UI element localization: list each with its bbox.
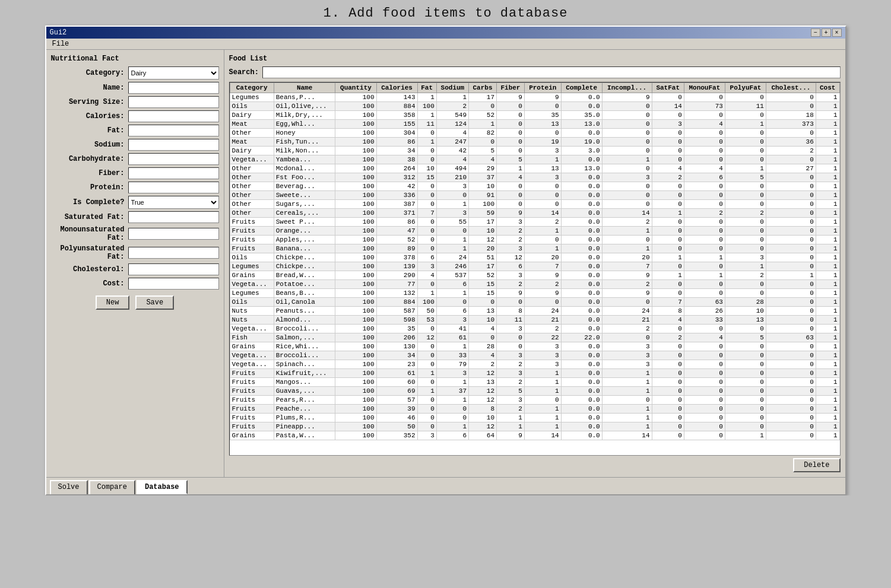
table-row[interactable]: Vegeta...Broccoli...100350414320.0200001 — [230, 325, 839, 333]
sodium-input[interactable] — [128, 139, 219, 151]
table-row[interactable]: OtherBeverag...100420310000.0000001 — [230, 182, 839, 191]
table-cell: 0 — [684, 396, 725, 405]
column-header-fat[interactable]: Fat — [417, 83, 436, 93]
column-header-quantity[interactable]: Quantity — [335, 83, 376, 93]
new-button[interactable]: New — [96, 295, 130, 310]
table-cell: 0.0 — [561, 236, 602, 244]
table-row[interactable]: GrainsBread,W...100290453752390.0911211 — [230, 271, 839, 280]
table-row[interactable]: MeatEgg,Whl...10015511124101313.00341373… — [230, 120, 839, 129]
column-header-carbs[interactable]: Carbs — [469, 83, 497, 93]
table-row[interactable]: Vegeta...Potatoe...100770615220.0200001 — [230, 280, 839, 289]
table-row[interactable]: OtherMcdonal...100264104942911313.004412… — [230, 164, 839, 173]
tab-database[interactable]: Database — [137, 480, 188, 494]
table-row[interactable]: NutsPeanuts...100587506138240.0248261001 — [230, 307, 839, 316]
column-header-satfat[interactable]: SatFat — [652, 83, 684, 93]
table-row[interactable]: DairyMilk,Non...100340425033.0000021 — [230, 147, 839, 155]
column-header-fiber[interactable]: Fiber — [497, 83, 525, 93]
table-row[interactable]: FruitsBanana...100890120310.0100001 — [230, 244, 839, 253]
table-row[interactable]: FishSalmon,...1002061261002222.00245631 — [230, 333, 839, 342]
table-row[interactable]: FruitsPineapp...100500112110.0100001 — [230, 422, 839, 431]
table-row[interactable]: LegumesBeans,B...1001321115990.0900001 — [230, 289, 839, 298]
table-row[interactable]: OtherSugars,...10038701100000.0000001 — [230, 200, 839, 209]
table-row[interactable]: FruitsPeache...10039008210.0100001 — [230, 405, 839, 414]
name-input[interactable] — [128, 82, 219, 94]
column-header-complete[interactable]: Complete — [561, 83, 602, 93]
table-row[interactable]: OilsChickpe...1003786245112200.02011301 — [230, 253, 839, 262]
table-cell: 100 — [335, 271, 376, 280]
column-header-category[interactable]: Category — [230, 83, 274, 93]
table-row[interactable]: OtherFst Foo...1003121521037430.0326501 — [230, 173, 839, 182]
table-row[interactable]: GrainsPasta,W...10035236649140.01400101 — [230, 431, 839, 440]
table-row[interactable]: Vegeta...Broccoli...100340334330.0300001 — [230, 351, 839, 360]
table-row[interactable]: NutsAlmond...1005985331011210.0214331301 — [230, 316, 839, 325]
search-input[interactable] — [262, 66, 841, 78]
save-button[interactable]: Save — [135, 295, 174, 310]
table-cell: 1 — [524, 414, 561, 422]
table-row[interactable]: OtherHoney1003040482000.0000001 — [230, 129, 839, 138]
table-cell: 14 — [652, 102, 684, 111]
column-header-polyufat[interactable]: PolyuFat — [725, 83, 766, 93]
menu-file[interactable]: File — [49, 39, 73, 49]
sat-fat-input[interactable] — [128, 211, 219, 223]
table-cell: 0 — [652, 93, 684, 102]
table-row[interactable]: FruitsPlums,R...100460010110.0100001 — [230, 414, 839, 422]
table-row[interactable]: FruitsPears,R...100570112300.0000001 — [230, 396, 839, 405]
table-row[interactable]: FruitsMangos...100600113210.0100001 — [230, 378, 839, 387]
column-header-protein[interactable]: Protein — [524, 83, 561, 93]
table-cell: 0 — [524, 182, 561, 191]
column-header-calories[interactable]: Calories — [376, 83, 417, 93]
column-header-monoufat[interactable]: MonouFat — [684, 83, 725, 93]
table-cell: 1 — [602, 405, 652, 414]
table-cell: 0 — [652, 351, 684, 360]
column-header-cholest---[interactable]: Cholest... — [766, 83, 816, 93]
table-row[interactable]: Vegeta...Yambea...10038044510.0100001 — [230, 155, 839, 164]
table-row[interactable]: MeatFish,Tun...100861247001919.00000361 — [230, 138, 839, 147]
table-cell: 358 — [376, 111, 417, 120]
table-row[interactable]: FruitsApples,...100520112200.0000001 — [230, 236, 839, 244]
table-row[interactable]: GrainsRice,Whi...1001300128030.0300001 — [230, 342, 839, 351]
table-cell: 17 — [469, 218, 497, 227]
table-row[interactable]: Vegeta...Spinach...100230792230.0300001 — [230, 360, 839, 369]
fat-input[interactable] — [128, 125, 219, 136]
table-cell: 0.0 — [561, 351, 602, 360]
table-row[interactable]: FruitsKiwifruit,...100611312310.0100001 — [230, 369, 839, 378]
tab-compare[interactable]: Compare — [89, 480, 135, 494]
close-button[interactable]: × — [832, 28, 842, 37]
fiber-input[interactable] — [128, 167, 219, 179]
is-complete-select[interactable]: TrueFalse — [128, 196, 219, 209]
table-cell: 0 — [417, 325, 436, 333]
column-header-sodium[interactable]: Sodium — [436, 83, 468, 93]
calories-input[interactable] — [128, 110, 219, 122]
food-table-container[interactable]: CategoryNameQuantityCaloriesFatSodiumCar… — [229, 82, 841, 456]
table-cell: 3 — [602, 360, 652, 369]
column-header-cost[interactable]: Cost — [816, 83, 839, 93]
carbohydrate-input[interactable] — [128, 153, 219, 165]
serving-size-input[interactable] — [128, 96, 219, 108]
category-select[interactable]: DairyMeatFishGrains FruitsVegetablesLegu… — [128, 66, 219, 80]
column-header-incompl---[interactable]: Incompl... — [602, 83, 652, 93]
table-row[interactable]: FruitsOrange...100470010210.0100001 — [230, 227, 839, 236]
table-cell: 0 — [684, 351, 725, 360]
table-cell: 3 — [497, 244, 525, 253]
table-row[interactable]: LegumesChickpe...100139324617670.0700101 — [230, 262, 839, 271]
mono-fat-input[interactable] — [128, 228, 219, 240]
tab-solve[interactable]: Solve — [50, 480, 88, 494]
cost-input[interactable] — [128, 278, 219, 290]
table-cell: 0 — [417, 129, 436, 138]
table-row[interactable]: OilsOil,Canola10088410000000.007632801 — [230, 298, 839, 307]
column-header-name[interactable]: Name — [274, 83, 335, 93]
cholesterol-input[interactable] — [128, 263, 219, 275]
table-row[interactable]: FruitsSweet P...1008605517320.0200001 — [230, 218, 839, 227]
protein-input[interactable] — [128, 182, 219, 193]
table-row[interactable]: OtherSweete...1003360091000.0000001 — [230, 191, 839, 200]
maximize-button[interactable]: + — [822, 28, 831, 37]
delete-button[interactable]: Delete — [793, 458, 840, 472]
table-row[interactable]: DairyMilk,Dry,...10035815495203535.00000… — [230, 111, 839, 120]
table-row[interactable]: OtherCereals,...10037173599140.01412201 — [230, 209, 839, 218]
table-row[interactable]: OilsOil,Olive,...10088410020000.00147311… — [230, 102, 839, 111]
table-row[interactable]: LegumesBeans,P...1001431117990.0900001 — [230, 93, 839, 102]
poly-fat-input[interactable] — [128, 247, 219, 259]
minimize-button[interactable]: − — [811, 28, 820, 37]
table-cell: 1 — [816, 325, 839, 333]
table-row[interactable]: FruitsGuavas,...1006913712510.0100001 — [230, 387, 839, 396]
